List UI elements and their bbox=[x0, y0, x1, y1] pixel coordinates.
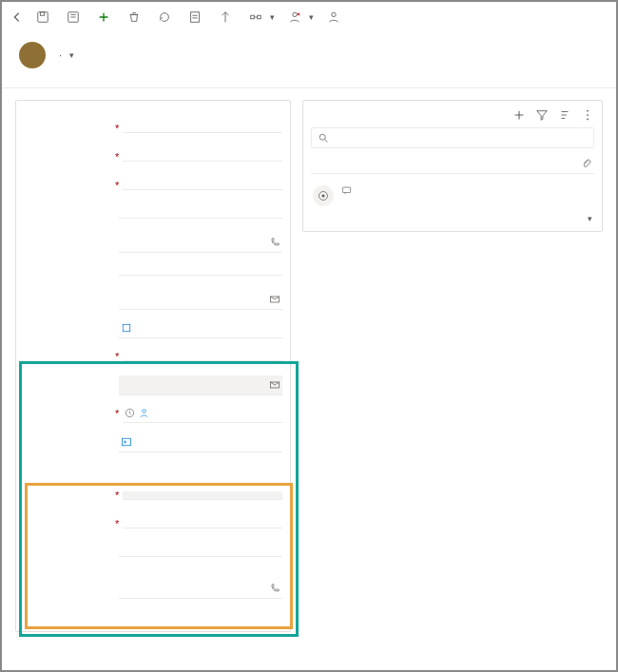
svg-rect-21 bbox=[342, 187, 350, 193]
svg-point-20 bbox=[322, 195, 325, 198]
timeline-note-input[interactable] bbox=[311, 154, 594, 174]
svg-point-18 bbox=[319, 134, 325, 140]
field-tail-mobile-phone[interactable] bbox=[16, 574, 290, 603]
timeline-section: ▾ bbox=[302, 100, 603, 232]
new-button[interactable] bbox=[91, 9, 120, 26]
field-last-name[interactable]: * bbox=[16, 171, 290, 200]
svg-point-7 bbox=[332, 12, 336, 16]
field-value[interactable] bbox=[123, 182, 282, 190]
record-icon bbox=[121, 322, 132, 334]
required-marker: * bbox=[111, 180, 123, 191]
assign-button[interactable] bbox=[321, 9, 350, 26]
form-body: * * * bbox=[2, 88, 616, 643]
plus-icon bbox=[97, 10, 110, 24]
field-value[interactable] bbox=[123, 125, 282, 133]
search-icon bbox=[318, 132, 329, 144]
mail-icon[interactable] bbox=[269, 379, 280, 391]
required-marker: * bbox=[111, 123, 123, 134]
delete-button[interactable] bbox=[122, 9, 150, 26]
save-close-button[interactable] bbox=[61, 9, 89, 26]
chevron-down-icon[interactable]: ▾ bbox=[69, 50, 74, 60]
field-value[interactable] bbox=[119, 318, 282, 338]
refresh-icon bbox=[158, 10, 171, 24]
command-bar: ▾ ▾ bbox=[2, 2, 616, 32]
field-mobile-phone[interactable] bbox=[16, 257, 290, 285]
field-contact[interactable] bbox=[16, 428, 290, 456]
field-value[interactable] bbox=[119, 548, 282, 557]
field-email-address[interactable] bbox=[16, 371, 290, 399]
pdf-icon bbox=[188, 10, 202, 24]
field-value[interactable] bbox=[123, 404, 282, 423]
field-value[interactable] bbox=[119, 375, 282, 395]
svg-rect-3 bbox=[191, 12, 200, 23]
field-topic[interactable]: * bbox=[16, 114, 290, 143]
field-gi-fax[interactable] bbox=[16, 538, 290, 566]
filter-icon[interactable] bbox=[535, 108, 549, 122]
required-marker: * bbox=[111, 518, 123, 529]
svg-rect-1 bbox=[40, 12, 44, 16]
field-business-phone[interactable] bbox=[16, 228, 290, 257]
required-marker: * bbox=[111, 490, 123, 501]
field-value[interactable] bbox=[119, 579, 282, 599]
field-value[interactable] bbox=[119, 432, 282, 452]
timeline-item[interactable] bbox=[303, 182, 602, 214]
field-name[interactable]: * bbox=[16, 342, 290, 371]
sort-icon[interactable] bbox=[558, 108, 571, 122]
field-value[interactable] bbox=[119, 613, 282, 621]
svg-point-14 bbox=[124, 440, 126, 442]
chevron-down-icon: ▾ bbox=[309, 12, 314, 22]
svg-point-12 bbox=[143, 410, 145, 413]
qualify-button[interactable] bbox=[213, 9, 241, 26]
disqualify-icon bbox=[288, 10, 301, 24]
field-email[interactable] bbox=[16, 285, 290, 314]
svg-point-6 bbox=[293, 12, 297, 16]
plus-icon[interactable] bbox=[512, 108, 526, 122]
section-title-contact bbox=[16, 101, 290, 114]
required-marker: * bbox=[111, 151, 123, 163]
export-pdf-button[interactable] bbox=[183, 9, 211, 26]
svg-rect-4 bbox=[251, 15, 255, 19]
save-icon bbox=[36, 10, 49, 24]
field-value[interactable] bbox=[119, 267, 282, 276]
message-icon bbox=[341, 185, 352, 196]
save-close-icon bbox=[67, 10, 80, 24]
disqualify-button[interactable]: ▾ bbox=[282, 9, 319, 26]
phone-icon[interactable] bbox=[269, 237, 280, 248]
back-icon bbox=[10, 10, 24, 24]
field-value[interactable] bbox=[123, 153, 282, 162]
chevron-down-icon[interactable]: ▾ bbox=[588, 214, 592, 223]
field-gi-last-name[interactable]: * bbox=[16, 509, 290, 538]
field-value[interactable] bbox=[123, 520, 282, 528]
field-gi-first-name[interactable]: * bbox=[16, 481, 290, 509]
section-title-general bbox=[16, 456, 290, 481]
field-sample-entity[interactable] bbox=[16, 314, 290, 342]
record-header: · ▾ bbox=[2, 32, 616, 70]
avatar bbox=[19, 42, 46, 68]
field-value[interactable] bbox=[119, 290, 282, 310]
field-contact-method[interactable] bbox=[16, 603, 290, 631]
field-value[interactable] bbox=[123, 353, 282, 361]
svg-point-16 bbox=[587, 114, 589, 116]
chevron-down-icon: ▾ bbox=[270, 12, 275, 22]
page-subtitle: · ▾ bbox=[55, 49, 74, 61]
save-button[interactable] bbox=[30, 9, 59, 26]
field-job-title[interactable] bbox=[16, 200, 290, 228]
process-button[interactable]: ▾ bbox=[243, 9, 280, 26]
back-button[interactable] bbox=[6, 6, 29, 29]
contact-section: * * * bbox=[15, 100, 291, 632]
phone-icon[interactable] bbox=[269, 583, 280, 594]
field-first-name[interactable]: * bbox=[16, 143, 290, 171]
field-owner[interactable]: * bbox=[16, 399, 290, 428]
attachment-icon[interactable] bbox=[581, 158, 592, 169]
field-value[interactable] bbox=[119, 233, 282, 253]
field-value[interactable] bbox=[123, 491, 282, 500]
mail-icon[interactable] bbox=[269, 294, 280, 305]
assign-icon bbox=[327, 10, 340, 24]
refresh-button[interactable] bbox=[152, 9, 181, 26]
more-icon[interactable] bbox=[581, 108, 594, 122]
svg-rect-9 bbox=[123, 324, 130, 332]
svg-point-15 bbox=[587, 110, 589, 112]
process-icon bbox=[249, 10, 262, 24]
field-value[interactable] bbox=[119, 210, 282, 219]
timeline-search[interactable] bbox=[311, 127, 594, 148]
